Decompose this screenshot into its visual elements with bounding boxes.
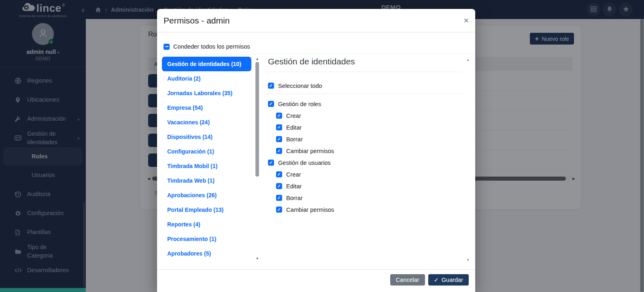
category-aprobaciones-26[interactable]: Aprobaciones (26) bbox=[162, 188, 251, 202]
check-icon: ✓ bbox=[269, 83, 273, 88]
checkbox-checked[interactable]: ✓ bbox=[276, 136, 282, 142]
save-button[interactable]: ✓ Guardar bbox=[428, 274, 469, 286]
checkbox-checked[interactable]: ✓ bbox=[276, 207, 282, 213]
check-icon: ✓ bbox=[277, 207, 281, 212]
permission-label: Crear bbox=[286, 171, 301, 178]
permissions-panel: Gestión de identidades ✓ Seleccionar tod… bbox=[266, 57, 473, 261]
permission-label: Gestión de roles bbox=[278, 101, 321, 107]
modal-header: Permisos - admin × bbox=[157, 9, 475, 32]
checkbox-checked[interactable]: ✓ bbox=[276, 183, 282, 189]
permission-label: Borrar bbox=[286, 195, 303, 201]
category-scrollbar[interactable]: ▲ ▼ bbox=[255, 57, 260, 261]
modal-footer: Cancelar ✓ Guardar bbox=[157, 269, 475, 290]
divider bbox=[157, 54, 475, 54]
checkbox-checked[interactable]: ✓ bbox=[276, 171, 282, 177]
check-icon: ✓ bbox=[269, 160, 273, 165]
permission-editar[interactable]: ✓Editar bbox=[276, 180, 462, 192]
divider bbox=[266, 94, 462, 94]
grant-all-row[interactable]: Condeder todos los permisos bbox=[164, 43, 469, 50]
checkbox-indeterminate[interactable] bbox=[164, 44, 170, 50]
category-empresa-54[interactable]: Empresa (54) bbox=[162, 100, 251, 115]
divider bbox=[266, 72, 462, 72]
checkbox-checked[interactable]: ✓ bbox=[276, 113, 282, 119]
category-dispositivos-14[interactable]: Dispositivos (14) bbox=[162, 130, 251, 144]
category-aprobadores-5[interactable]: Aprobadores (5) bbox=[162, 246, 251, 261]
permission-gestion-de-usuarios[interactable]: ✓Gestión de usuarios bbox=[268, 157, 462, 168]
category-timbrada-mobil-1[interactable]: Timbrada Mobil (1) bbox=[162, 159, 251, 173]
modal-title: Permisos - admin bbox=[164, 16, 230, 26]
cancel-button[interactable]: Cancelar bbox=[390, 274, 425, 286]
checkbox-checked[interactable]: ✓ bbox=[276, 124, 282, 130]
category-scroll-thumb[interactable] bbox=[255, 62, 259, 177]
checkbox-checked[interactable]: ✓ bbox=[268, 101, 274, 107]
checkbox-checked[interactable]: ✓ bbox=[268, 83, 274, 89]
panel-title: Gestión de identidades bbox=[266, 57, 462, 66]
permission-label: Editar bbox=[286, 124, 302, 131]
category-jornadas-laborales-35[interactable]: Jornadas Laborales (35) bbox=[162, 86, 251, 100]
check-icon: ✓ bbox=[277, 184, 281, 188]
permission-gestion-de-roles[interactable]: ✓Gestión de roles bbox=[268, 98, 462, 110]
permission-label: Borrar bbox=[286, 136, 303, 143]
indeterminate-dash-icon bbox=[165, 46, 168, 47]
checkbox-checked[interactable]: ✓ bbox=[276, 195, 282, 201]
permission-label: Gestión de usuarios bbox=[278, 160, 331, 166]
scroll-up-icon[interactable]: ▲ bbox=[256, 58, 259, 61]
scroll-down-icon[interactable]: ▼ bbox=[467, 258, 470, 261]
permission-label: Crear bbox=[286, 113, 301, 119]
check-icon: ✓ bbox=[434, 277, 439, 283]
permission-borrar[interactable]: ✓Borrar bbox=[276, 133, 462, 145]
permission-cambiar-permisos[interactable]: ✓Cambiar permisos bbox=[276, 204, 462, 215]
permission-cambiar-permisos[interactable]: ✓Cambiar permisos bbox=[276, 145, 462, 157]
permission-crear[interactable]: ✓Crear bbox=[276, 168, 462, 180]
scroll-up-icon[interactable]: ▲ bbox=[467, 58, 470, 61]
close-icon: × bbox=[463, 15, 469, 26]
permission-category-list: Gestión de identidades (10)Auditoria (2)… bbox=[162, 57, 251, 261]
grant-all-label: Condeder todos los permisos bbox=[173, 43, 250, 50]
permission-label: Cambiar permisos bbox=[286, 148, 334, 154]
check-icon: ✓ bbox=[277, 125, 281, 130]
category-configuracion-1[interactable]: Configuración (1) bbox=[162, 144, 251, 159]
check-icon: ✓ bbox=[277, 172, 281, 177]
check-icon: ✓ bbox=[277, 149, 281, 153]
category-vacaciones-24[interactable]: Vacaciones (24) bbox=[162, 115, 251, 130]
close-button[interactable]: × bbox=[463, 16, 469, 25]
category-portal-empleado-13[interactable]: Portal Empleado (13) bbox=[162, 202, 251, 217]
category-timbrada-web-1[interactable]: Timbrada Web (1) bbox=[162, 173, 251, 188]
permission-editar[interactable]: ✓Editar bbox=[276, 121, 462, 133]
permission-label: Cambiar permisos bbox=[286, 207, 334, 213]
category-reportes-4[interactable]: Reportes (4) bbox=[162, 217, 251, 232]
modal-body: Gestión de identidades (10)Auditoria (2)… bbox=[162, 57, 473, 261]
checkbox-checked[interactable]: ✓ bbox=[268, 160, 274, 166]
check-icon: ✓ bbox=[277, 196, 281, 200]
category-gestion-de-identidades-10[interactable]: Gestión de identidades (10) bbox=[162, 57, 251, 71]
save-label: Guardar bbox=[442, 277, 463, 283]
select-all-row[interactable]: ✓ Seleccionar todo bbox=[268, 80, 462, 92]
select-all-label: Seleccionar todo bbox=[278, 83, 322, 89]
permissions-modal: Permisos - admin × Condeder todos los pe… bbox=[157, 9, 475, 292]
scroll-down-icon[interactable]: ▼ bbox=[256, 257, 259, 260]
checkbox-checked[interactable]: ✓ bbox=[276, 148, 282, 154]
check-icon: ✓ bbox=[277, 137, 281, 141]
category-auditoria-2[interactable]: Auditoria (2) bbox=[162, 71, 251, 86]
permission-label: Editar bbox=[286, 183, 302, 190]
permission-groups: ✓Gestión de roles✓Crear✓Editar✓Borrar✓Ca… bbox=[266, 98, 462, 215]
check-icon: ✓ bbox=[269, 102, 273, 106]
panel-scrollbar[interactable]: ▲ ▼ bbox=[465, 58, 470, 261]
permission-borrar[interactable]: ✓Borrar bbox=[276, 192, 462, 204]
permission-crear[interactable]: ✓Crear bbox=[276, 110, 462, 121]
category-procesamiento-1[interactable]: Procesamiento (1) bbox=[162, 232, 251, 246]
check-icon: ✓ bbox=[277, 113, 281, 118]
